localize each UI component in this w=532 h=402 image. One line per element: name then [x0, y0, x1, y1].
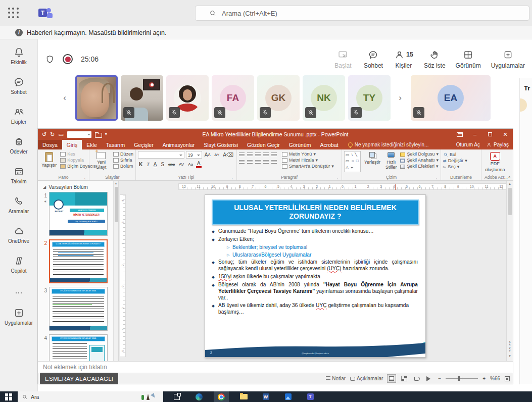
teams-logo-icon[interactable]: T — [38, 7, 52, 20]
sidebar-more-button[interactable] — [1, 288, 36, 298]
shapes-gallery[interactable]: ▭ \ ╲ ▭ ○ □△ ⌐ → ↓ ◁ ☆~ ( ) { } ◇ — [344, 151, 361, 172]
sidebar-item-onedrive[interactable]: OneDrive — [1, 225, 36, 244]
previous-slide-button[interactable]: ∧∧ — [508, 341, 511, 346]
tab-gozden-gecir[interactable]: Gözden Geçir — [243, 140, 284, 149]
align-right-icon[interactable] — [255, 160, 261, 165]
file-explorer-taskbar-icon[interactable] — [236, 391, 251, 402]
sidebar-item-sohbet[interactable]: Sohbet — [1, 76, 36, 95]
reading-view-button[interactable] — [413, 375, 421, 382]
fit-to-window-button[interactable] — [505, 376, 510, 381]
justify-icon[interactable] — [263, 160, 269, 165]
horizontal-ruler[interactable]: 1211109876543210123456789101112 — [178, 183, 507, 190]
tab-acrobat[interactable]: Acrobat — [316, 140, 343, 149]
qat-customize-icon[interactable]: ▾ — [105, 132, 107, 136]
teams-search-input[interactable]: Arama (Ctrl+Alt+E) — [195, 6, 529, 21]
smartart-button[interactable]: SmartArt'a Dönüştür ▾ — [282, 164, 334, 169]
restore-button[interactable] — [482, 129, 498, 140]
italic-button[interactable]: T — [146, 161, 151, 168]
participant-video-speaking[interactable] — [75, 75, 118, 121]
tab-slayt-gosterisi[interactable]: Slayt Gösterisi — [199, 140, 243, 149]
app-launcher-icon[interactable] — [8, 8, 19, 19]
zoom-in-button[interactable]: + — [482, 376, 486, 381]
minimize-button[interactable]: – — [467, 129, 482, 140]
editor-scrollbar[interactable]: ▲ ∧∧ ∨∨ ▼ — [506, 181, 513, 361]
participant-tile-nk[interactable]: NK — [303, 75, 345, 121]
scrollbar-thumb[interactable] — [508, 188, 512, 215]
notification-banner[interactable]: i Haberleri kaçırmayın. Masaüstü bildiri… — [0, 26, 532, 39]
shield-icon[interactable] — [45, 55, 55, 64]
sidebar-item-ekipler[interactable]: Ekipler — [1, 106, 36, 125]
tell-me-box[interactable]: Ne yapmak istediğinizi söyleyin... — [348, 140, 429, 149]
grow-font-button[interactable]: A˄ — [204, 152, 212, 158]
next-slide-button[interactable]: ∨∨ — [508, 347, 511, 352]
text-direction-button[interactable]: Metin Yönü ▾ — [282, 152, 334, 157]
zoom-out-button[interactable]: − — [438, 376, 441, 381]
tab-gecisler[interactable]: Geçişler — [129, 140, 158, 149]
undo-icon[interactable]: ↺ — [42, 132, 46, 137]
clear-formatting-button[interactable]: A⌫ — [222, 152, 234, 158]
slideshow-view-button[interactable] — [425, 375, 433, 382]
notes-pane[interactable]: Not eklemek için tıklatın — [38, 361, 513, 373]
normal-view-button[interactable] — [388, 375, 396, 382]
sidebar-item-uygulamalar[interactable]: Uygulamalar — [1, 307, 36, 326]
tab-dosya[interactable]: Dosya — [38, 140, 62, 149]
start-button[interactable] — [5, 393, 12, 400]
bold-button[interactable]: K — [138, 161, 143, 168]
thumbnails-scrollbar[interactable]: ▲ — [113, 181, 118, 361]
pano-dialog-launcher[interactable]: ⌞ — [84, 176, 88, 180]
bullet-list-icon[interactable] — [239, 153, 245, 157]
share-button[interactable]: Paylaş — [486, 142, 509, 147]
zoom-slider[interactable] — [446, 378, 478, 379]
qat-combo-box[interactable] — [67, 131, 91, 138]
teams-taskbar-icon[interactable]: T — [303, 391, 318, 402]
tab-giris[interactable]: Giriş — [62, 140, 82, 149]
shape-fill-button[interactable]: Şekil Dolgusu ▾ — [400, 152, 439, 157]
font-size-combo[interactable]: 19 — [186, 151, 202, 159]
slide-title[interactable]: ULUSAL YETERLİLİKLERİ NEDEN BELİRLEMEK Z… — [212, 199, 419, 225]
tab-tasarim[interactable]: Tasarım — [102, 140, 129, 149]
cizim-dialog-launcher[interactable]: ⌞ — [436, 176, 440, 180]
shrink-font-button[interactable]: A˅ — [213, 152, 220, 158]
word-taskbar-icon[interactable]: W — [258, 391, 273, 402]
change-case-button[interactable]: Aa — [187, 161, 194, 168]
align-text-button[interactable]: Metni Hizala ▾ — [282, 158, 334, 163]
columns-icon[interactable] — [271, 160, 277, 165]
tab-gorunum[interactable]: Görünüm — [284, 140, 316, 149]
start-presenting-button[interactable]: Başlat — [330, 48, 356, 70]
text-shadow-button[interactable]: S — [160, 161, 165, 168]
sidebar-item-copilot[interactable]: Copilot — [1, 255, 36, 274]
find-button[interactable]: Bul — [443, 152, 467, 157]
slide-1-thumbnail[interactable]: BAYBURT HAYAT BOYU ÖĞRENME MİKRO YETERLİ… — [49, 192, 108, 236]
paste-button[interactable]: Yapıştır — [40, 151, 58, 174]
slide-4-thumbnail[interactable]: UYÇ İÇİN ULUSLARARASI'DA YAPILANLAR; YAS… — [49, 334, 108, 361]
new-slide-button[interactable]: Yeni Slayt — [91, 151, 111, 174]
participant-photo-avatar[interactable] — [166, 75, 209, 121]
chrome-taskbar-icon[interactable] — [214, 391, 229, 402]
font-color-button[interactable]: A — [196, 161, 202, 168]
open-folder-icon[interactable] — [95, 132, 102, 137]
scroll-down-arrow[interactable]: ▼ — [508, 353, 511, 359]
taskbar-search-input[interactable]: Ara — [18, 391, 163, 402]
sidebar-item-etkinlik[interactable]: Etkinlik — [1, 46, 36, 65]
task-view-button[interactable] — [169, 391, 184, 402]
view-button[interactable]: Görünüm — [453, 48, 484, 70]
slide-2-thumbnail-selected[interactable]: ULUSAL YETERLİLİKLERİ NEDEN BELİRLEMEK Z… — [49, 239, 108, 283]
participant-tile-ty[interactable]: TY — [348, 75, 391, 121]
slide-3-thumbnail[interactable]: UYÇ İÇİN ULUSLARARASI'DA YAPILANLAR; YAS… — [49, 287, 108, 331]
redo-icon[interactable]: ↻ — [50, 132, 55, 137]
section-header[interactable]: ◢Varsayılan Bölüm — [43, 184, 118, 190]
meeting-chat-button[interactable]: Sohbet — [360, 48, 386, 70]
char-spacing-button[interactable]: AV — [178, 161, 185, 168]
participant-video-flag-room[interactable] — [121, 75, 163, 121]
vertical-ruler[interactable]: 86420246 — [120, 194, 126, 357]
comments-toggle-button[interactable]: Açıklamalar — [350, 376, 383, 381]
recording-indicator-icon[interactable] — [63, 54, 73, 64]
replace-button[interactable]: ⇄Değiştir ▾ — [443, 159, 467, 163]
people-button[interactable]: 15 Kişiler — [391, 48, 417, 70]
participant-tile-ea[interactable]: EA — [411, 75, 491, 121]
scrollbar-thumb[interactable] — [115, 187, 118, 222]
strip-scroll-right-button[interactable]: › — [394, 86, 407, 110]
decrease-indent-icon[interactable] — [255, 153, 261, 157]
yazi-dialog-launcher[interactable]: ⌞ — [232, 176, 236, 180]
notes-toggle-button[interactable]: Notlar — [326, 376, 346, 381]
